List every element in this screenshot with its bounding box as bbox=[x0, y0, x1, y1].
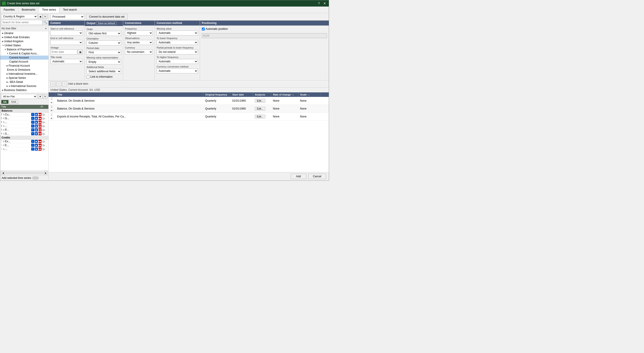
additional-fields-select[interactable]: Select additional fields bbox=[86, 69, 121, 74]
partial-periods-select[interactable]: Do not extend bbox=[156, 49, 198, 54]
tree-item-bop[interactable]: ▼ Balance of Payments bbox=[0, 47, 48, 51]
cell-ref-input[interactable] bbox=[202, 33, 327, 38]
end-ref-select[interactable] bbox=[50, 40, 83, 45]
tab-time-series[interactable]: Time series bbox=[39, 6, 60, 13]
missing-val-cm-select[interactable]: Automatic bbox=[156, 30, 198, 35]
chart-btn[interactable]: ▶ bbox=[35, 140, 38, 143]
processed-select[interactable]: Processed bbox=[50, 14, 84, 19]
remove-btn[interactable]: ▶▶ bbox=[38, 132, 42, 135]
copy-btn[interactable]: ⧉ bbox=[50, 81, 55, 86]
vintage-input[interactable] bbox=[50, 49, 77, 54]
col-header-title[interactable]: Title bbox=[55, 92, 203, 97]
tree-item-intl-inv[interactable]: ▶ International Investme... bbox=[0, 72, 48, 76]
paste-btn[interactable]: ⎘ bbox=[56, 81, 61, 86]
nav-back-btn[interactable]: ◀ bbox=[38, 14, 42, 19]
tree-item-intl-src[interactable]: ▶ ● International Sources bbox=[0, 84, 48, 88]
add-item-btn[interactable]: + bbox=[31, 144, 34, 147]
tree-item-special[interactable]: ▶ Special Series bbox=[0, 76, 48, 80]
tab-bookmarks[interactable]: Bookmarks bbox=[18, 6, 39, 13]
scroll-right-btn[interactable]: ▶ bbox=[44, 171, 48, 175]
currency-select[interactable]: No conversion bbox=[125, 49, 153, 54]
sa-button[interactable]: SA bbox=[1, 100, 8, 104]
lower-freq-select[interactable]: Automatic bbox=[156, 40, 198, 45]
chart-btn[interactable]: ▶ bbox=[35, 132, 38, 135]
tree-item-ukraine[interactable]: ▶ Ukraine bbox=[0, 31, 48, 35]
tree-item-errors[interactable]: Errors & Omissions bbox=[0, 68, 48, 72]
remove-btn[interactable]: ▶▶ bbox=[38, 128, 42, 131]
col-header-start-date[interactable]: Start date bbox=[230, 92, 253, 97]
tab-text-search[interactable]: Text search bbox=[60, 6, 80, 13]
data-table-container[interactable]: Title Original frequency Start date Anal… bbox=[48, 92, 329, 172]
edit-btn[interactable]: Edit... bbox=[255, 99, 265, 102]
tree-item-current-account[interactable]: Current Account bbox=[0, 55, 48, 60]
close-button[interactable]: ✕ bbox=[322, 1, 327, 5]
col-header-scale[interactable]: Scale ↑↓ bbox=[298, 92, 321, 97]
remove-btn[interactable]: ▶▶ bbox=[38, 140, 42, 143]
chart-btn[interactable]: ▶ bbox=[35, 124, 38, 128]
add-item-btn[interactable]: + bbox=[31, 128, 34, 131]
remove-btn[interactable]: ▶▶ bbox=[38, 117, 42, 120]
search-input[interactable] bbox=[1, 20, 42, 25]
chart-btn[interactable]: ▶ bbox=[35, 117, 38, 120]
save-default-btn[interactable]: Save as default bbox=[96, 21, 116, 25]
higher-freq-select[interactable]: Automatic bbox=[156, 59, 198, 64]
add-item-btn[interactable]: + bbox=[31, 124, 34, 128]
chart-btn[interactable]: ▶ bbox=[35, 147, 38, 151]
col-header-orig-freq[interactable]: Original frequency bbox=[203, 92, 230, 97]
scroll-left-btn[interactable]: ◀ bbox=[1, 171, 5, 175]
missing-val-select[interactable]: Empty bbox=[86, 59, 121, 64]
tree-item-us[interactable]: ▼ United States bbox=[0, 43, 48, 47]
col-header-rate[interactable]: Rate of change ↑↓ bbox=[271, 92, 298, 97]
add-item-btn[interactable]: + bbox=[31, 121, 34, 124]
tree-item-uk[interactable]: ▶ United Kingdom bbox=[0, 39, 48, 43]
delete-btn[interactable]: ✕ bbox=[62, 81, 67, 86]
filter-select[interactable]: All lev Flat bbox=[1, 94, 37, 99]
search-button[interactable]: 🔍 bbox=[43, 20, 48, 25]
cancel-button[interactable]: Cancel bbox=[308, 174, 326, 179]
add-series-toggle[interactable] bbox=[32, 176, 39, 180]
remove-btn[interactable]: ▶▶ bbox=[38, 124, 42, 128]
tree-filter-row[interactable]: No tree filter ▼ bbox=[0, 26, 48, 31]
category-select[interactable]: Country & Region bbox=[1, 14, 38, 19]
tree-item-financial[interactable]: ▶ Financial Account bbox=[0, 64, 48, 68]
orientation-select[interactable]: Column bbox=[86, 40, 121, 45]
remove-btn[interactable]: ▶▶ bbox=[38, 147, 42, 151]
observations-select[interactable]: Any series bbox=[125, 40, 153, 45]
col-header-analysis[interactable]: Analysis bbox=[253, 92, 271, 97]
add-item-btn[interactable]: + bbox=[31, 113, 34, 116]
currency-conv-select[interactable]: Automatic bbox=[156, 68, 198, 73]
calendar-btn[interactable]: ▦ bbox=[78, 49, 83, 54]
link-info-checkbox[interactable] bbox=[86, 75, 90, 78]
chart-btn[interactable]: ▶ bbox=[35, 121, 38, 124]
tab-favorites[interactable]: Favorites bbox=[0, 6, 18, 13]
period-date-select[interactable]: First bbox=[86, 50, 121, 55]
help-button[interactable]: ? bbox=[317, 1, 321, 5]
order-select[interactable]: Old values first bbox=[86, 31, 121, 36]
convert-btn[interactable]: Convert to document data set bbox=[86, 14, 128, 19]
remove-btn[interactable]: ▶▶ bbox=[38, 121, 42, 124]
tree-item-business[interactable]: ▶ Business Statistics bbox=[0, 88, 48, 92]
chart-btn[interactable]: ▶ bbox=[35, 113, 38, 116]
tree-item-bea[interactable]: ▶ ▪ BEA Detail bbox=[0, 80, 48, 84]
add-item-btn[interactable]: + bbox=[31, 132, 34, 135]
filter-refresh-btn[interactable]: ↻ bbox=[43, 94, 48, 99]
frequency-select[interactable]: Highest bbox=[125, 30, 153, 35]
remove-btn[interactable]: ▶▶ bbox=[38, 144, 42, 147]
add-item-btn[interactable]: + bbox=[31, 117, 34, 120]
add-item-btn[interactable]: + bbox=[31, 140, 34, 143]
chart-btn[interactable]: ▶ bbox=[35, 128, 38, 131]
auto-pos-checkbox[interactable] bbox=[202, 27, 205, 30]
chart-btn[interactable]: ▶ bbox=[35, 144, 38, 147]
start-ref-select[interactable] bbox=[50, 30, 83, 35]
tree-item-capital-account[interactable]: Capital Account bbox=[0, 60, 48, 64]
nav-refresh-btn[interactable]: ↻ bbox=[43, 14, 48, 19]
edit-btn[interactable]: Edit... bbox=[255, 107, 265, 110]
remove-btn[interactable]: ▶▶ bbox=[38, 113, 42, 116]
add-button[interactable]: Add bbox=[290, 174, 306, 179]
tree-item-uae[interactable]: ▶ United Arab Emirates bbox=[0, 35, 48, 39]
tree-item-cca[interactable]: ▼ Current & Capital Acco... bbox=[0, 51, 48, 55]
filter-funnel-btn[interactable]: ▼ bbox=[38, 94, 42, 99]
nsa-button[interactable]: NSA bbox=[9, 100, 18, 104]
add-item-btn[interactable]: + bbox=[31, 147, 34, 151]
title-mode-select[interactable]: Automatic bbox=[50, 59, 83, 64]
